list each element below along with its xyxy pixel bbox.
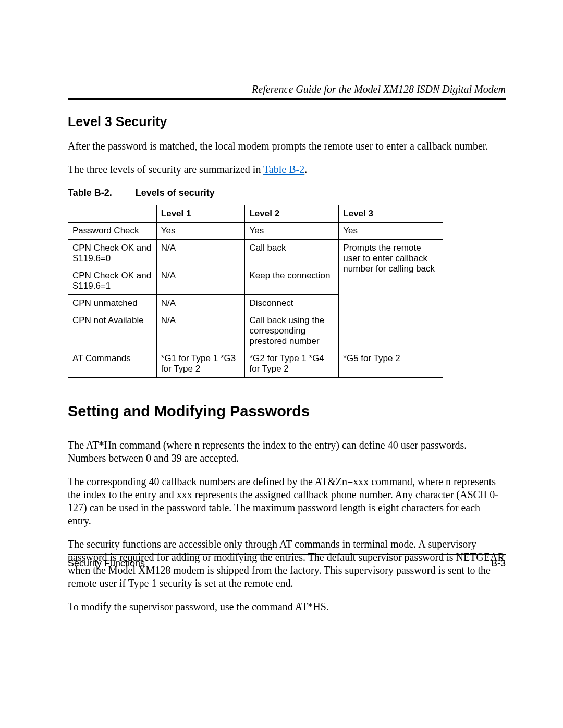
paragraph: After the password is matched, the local…	[68, 140, 506, 153]
table-cell: Call back	[245, 240, 339, 267]
footer-section-name: Security Functions	[68, 558, 145, 569]
table-cell: Yes	[245, 223, 339, 240]
levels-of-security-table: Level 1 Level 2 Level 3 Password Check Y…	[68, 205, 443, 378]
table-cell: Disconnect	[245, 295, 339, 312]
header-divider	[68, 98, 506, 100]
table-header-row: Level 1 Level 2 Level 3	[68, 205, 443, 223]
text-run: .	[304, 164, 307, 175]
footer-page-number: B-3	[491, 558, 506, 569]
table-cell: Yes	[156, 223, 245, 240]
table-cell: Call back using the corresponding presto…	[245, 312, 339, 350]
table-cell: N/A	[156, 267, 245, 295]
table-row: CPN Check OK and S119.6=0 N/A Call back …	[68, 240, 443, 267]
table-header-cell: Level 1	[156, 205, 245, 223]
table-cell: *G2 for Type 1 *G4 for Type 2	[245, 350, 339, 378]
table-cell: AT Commands	[68, 350, 157, 378]
table-cell: *G1 for Type 1 *G3 for Type 2	[156, 350, 245, 378]
table-cell: CPN unmatched	[68, 295, 157, 312]
table-caption-title: Levels of security	[136, 188, 215, 198]
section-heading-level3-security: Level 3 Security	[68, 114, 506, 129]
table-row: AT Commands *G1 for Type 1 *G3 for Type …	[68, 350, 443, 378]
table-cell: N/A	[156, 312, 245, 350]
section-heading-setting-passwords: Setting and Modifying Passwords	[68, 403, 506, 420]
table-cell: Keep the connection	[245, 267, 339, 295]
table-row: Password Check Yes Yes Yes	[68, 223, 443, 240]
table-cell: CPN not Available	[68, 312, 157, 350]
heading-divider	[68, 422, 506, 422]
table-cell: *G5 for Type 2	[339, 350, 443, 378]
table-cell: CPN Check OK and S119.6=0	[68, 240, 157, 267]
page-footer: Security Functions B-3	[68, 554, 506, 569]
table-cell: N/A	[156, 240, 245, 267]
table-header-cell: Level 2	[245, 205, 339, 223]
table-cell: Prompts the remote user to enter callbac…	[339, 240, 443, 350]
paragraph: The AT*Hn command (where n represents th…	[68, 439, 506, 465]
table-b2-link[interactable]: Table B-2	[263, 164, 304, 175]
table-caption-number: Table B-2.	[68, 188, 112, 199]
table-cell: N/A	[156, 295, 245, 312]
text-run: The three levels of security are summari…	[68, 164, 263, 175]
table-cell: CPN Check OK and S119.6=1	[68, 267, 157, 295]
document-running-header: Reference Guide for the Model XM128 ISDN…	[68, 83, 506, 95]
table-caption: Table B-2. Levels of security	[68, 188, 506, 199]
table-cell: Yes	[339, 223, 443, 240]
footer-divider	[68, 554, 506, 555]
paragraph: To modify the supervisor password, use t…	[68, 600, 506, 613]
paragraph: The three levels of security are summari…	[68, 163, 506, 176]
paragraph: The corresponding 40 callback numbers ar…	[68, 475, 506, 527]
table-header-cell: Level 3	[339, 205, 443, 223]
table-header-cell	[68, 205, 157, 223]
table-cell: Password Check	[68, 223, 157, 240]
